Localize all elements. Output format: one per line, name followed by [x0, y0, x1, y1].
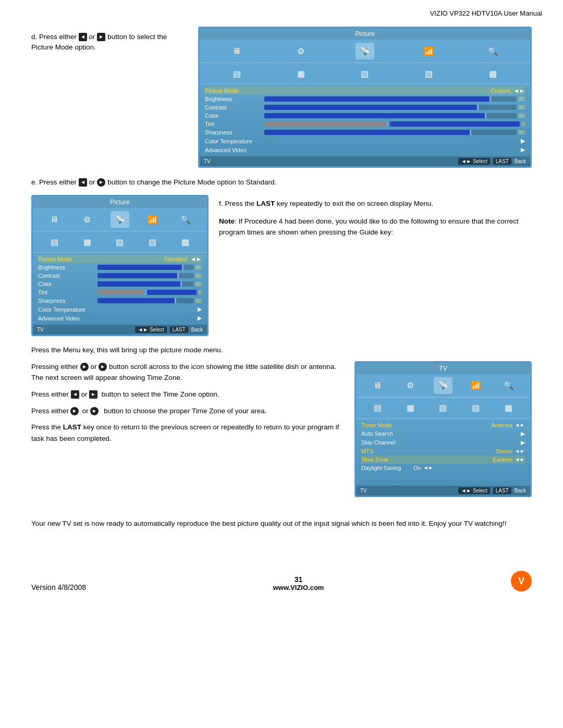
menu-val-time-zone: Eastern — [493, 456, 512, 463]
icon-b-sub3: ▧ — [111, 233, 129, 250]
para-last-key: Press the LAST key once to return to the… — [31, 422, 344, 444]
menu-label-daylight: Daylight Saving — [361, 465, 413, 471]
right-arrow-icon-c2 — [99, 363, 107, 371]
screen-icons-b-row2: ▤ ▦ ▧ ▨ ▩ — [33, 231, 207, 253]
icon-tv-sub5: ▩ — [499, 400, 518, 416]
instr-e-text3: button to change the Picture Mode option… — [107, 178, 276, 186]
screen-icons-tv-row2: ▤ ▦ ▧ ▨ ▩ — [356, 398, 530, 419]
menu-val-sharpness: 80 — [519, 129, 525, 135]
icon-b-sub4: ▨ — [143, 233, 162, 250]
screen-icons-row1: 🖥 ⚙ 📡 📶 🔍 — [200, 40, 530, 63]
icon-search: 🔍 — [484, 43, 503, 59]
footer-source-b: TV — [37, 327, 44, 332]
screen-footer-tv: TV ◄► Select LAST Back — [356, 486, 530, 496]
screen-icons-tv-row1: 🖥 ⚙ 📡 📶 🔍 — [356, 374, 530, 398]
right-arrow-icon-d — [97, 33, 105, 41]
footer-back-a: Back — [515, 158, 526, 164]
icon-tv-sub4: ▨ — [467, 400, 485, 416]
menu-label-b-contrast: Contrast — [38, 273, 95, 279]
menu-arrow-b-picture-mode: ◄► — [190, 256, 202, 262]
arrow-skip-channel: ▶ — [521, 439, 525, 446]
menu-row-picture-mode: Picture Mode Custom ◄► — [205, 87, 525, 95]
menu-val-mts: Stereo — [496, 448, 512, 454]
bar-sharpness — [264, 130, 517, 135]
menu-label-b-brightness: Brightness — [38, 264, 95, 270]
instruction-d-text2: or — [89, 33, 95, 41]
footer-page-number: 31 — [273, 575, 324, 584]
screen-icons-b-row1: 🖥 ⚙ 📡 📶 🔍 — [33, 208, 207, 231]
menu-row-advanced-video: Advanced Video ▶ — [205, 145, 525, 154]
menu-label-advanced-video: Advanced Video — [205, 147, 262, 153]
footer-nav-tv: ◄► Select — [458, 487, 489, 494]
closing-text: Your new TV set is now ready to automati… — [31, 518, 532, 529]
bar-fill-b-sharpness — [97, 298, 176, 303]
menu-val-b-brightness: 80 — [195, 264, 202, 270]
icon-satellite: 📡 — [356, 43, 374, 59]
last-key-bold: LAST — [63, 423, 81, 431]
menu-row-b-contrast: Contrast 80 — [38, 272, 202, 280]
screen-title-a: Picture — [200, 28, 530, 40]
icon-b-settings: ⚙ — [78, 211, 96, 228]
footer-last-a: LAST — [493, 158, 511, 165]
menu-row-tuner-mode: Tuner Mode Antenna ◄► — [361, 421, 525, 429]
footer-nav-b: ◄► Select — [135, 326, 166, 333]
icon-tv-sub1: ▤ — [368, 400, 387, 416]
para-time-zone-select: Press either or button to select the Tim… — [31, 389, 344, 400]
section-a-text: d. Press either or button to select the … — [31, 27, 188, 168]
screen-spacer — [356, 474, 530, 486]
bar-fill-tint — [264, 121, 520, 127]
bar-fill-contrast — [264, 105, 479, 110]
bar-b-brightness — [97, 265, 193, 270]
footer-center: 31 www.VIZIO.com — [273, 575, 324, 591]
logo-letter: V — [518, 576, 524, 587]
menu-val-b-tint: 0 — [199, 289, 202, 295]
icon-sub5: ▩ — [484, 65, 503, 82]
menu-row-b-sharpness: Sharpness 80 — [38, 297, 202, 305]
section-a: d. Press either or button to select the … — [31, 27, 532, 168]
icon-tv-antenna: 📶 — [467, 377, 485, 394]
menu-val-brightness: 80 — [519, 96, 525, 102]
screen-menu-tv: Tuner Mode Antenna ◄► Auto Search ▶ Skip… — [356, 419, 530, 474]
icon-b-sub2: ▦ — [78, 233, 96, 250]
tv-screen-custom: Picture 🖥 ⚙ 📡 📶 🔍 ▤ ▦ ▧ ▨ ▩ — [198, 27, 532, 168]
instr-e-text2: or — [89, 178, 95, 186]
menu-label-b-picture-mode: Picture Mode — [38, 256, 95, 262]
bar-fill-color — [264, 113, 486, 118]
menu-val-b-color: 80 — [195, 281, 202, 287]
menu-label-tint: Tint — [205, 121, 262, 127]
arrow-auto-search: ▶ — [521, 430, 525, 437]
instr-e-text1: e. Press either — [31, 178, 77, 186]
footer-website: www.VIZIO.com — [273, 584, 324, 591]
menu-label-b-advanced-video: Advanced Video — [38, 315, 95, 322]
menu-label-skip-channel: Skip Channel — [361, 439, 413, 446]
menu-row-mts: MTS Stereo ◄► — [361, 447, 525, 455]
picture-menu-standard-screen: Picture 🖥 ⚙ 📡 📶 🔍 ▤ ▦ ▧ ▨ ▩ — [31, 195, 209, 336]
tv-settings-screen: TV 🖥 ⚙ 📡 📶 🔍 ▤ ▦ ▧ ▨ ▩ — [354, 361, 532, 497]
icon-tv-satellite: 📡 — [434, 377, 452, 394]
bar-color — [264, 113, 517, 118]
menu-row-b-color: Color 80 — [38, 280, 202, 288]
section-b-text: f. Press the LAST key repeatedly to exit… — [219, 195, 532, 336]
screen-footer-a: TV ◄► Select LAST Back — [200, 156, 530, 166]
screen-footer-b: TV ◄► Select LAST Back — [33, 325, 207, 335]
menu-label-sharpness: Sharpness — [205, 129, 262, 135]
bar-fill-sharpness — [264, 130, 471, 135]
left-arrow-icon-d — [79, 33, 87, 41]
menu-label-brightness: Brightness — [205, 96, 262, 102]
menu-row-auto-search: Auto Search ▶ — [361, 429, 525, 438]
note-text: : If Procedure 4 had been done, you woul… — [219, 217, 519, 237]
right-arrow-icon-tz1 — [89, 390, 97, 399]
footer-last-tv: LAST — [493, 487, 511, 494]
screen-menu-a: Picture Mode Custom ◄► Brightness 80 — [200, 84, 530, 156]
menu-row-b-brightness: Brightness 80 — [38, 263, 202, 272]
vizio-logo: V — [511, 571, 532, 591]
bar-fill-b-contrast — [97, 273, 179, 278]
bar-b-tint — [97, 290, 197, 295]
arrow-time-zone: ◄► — [515, 456, 525, 462]
section-b: Picture 🖥 ⚙ 📡 📶 🔍 ▤ ▦ ▧ ▨ ▩ — [31, 195, 532, 336]
tv-screen-tv: TV 🖥 ⚙ 📡 📶 🔍 ▤ ▦ ▧ ▨ ▩ — [354, 361, 532, 497]
para-pressing: Pressing either or button scroll across … — [31, 361, 344, 384]
icon-b-search: 🔍 — [176, 211, 195, 228]
icon-b-monitor: 🖥 — [45, 211, 64, 228]
icon-sub4: ▨ — [420, 65, 438, 82]
